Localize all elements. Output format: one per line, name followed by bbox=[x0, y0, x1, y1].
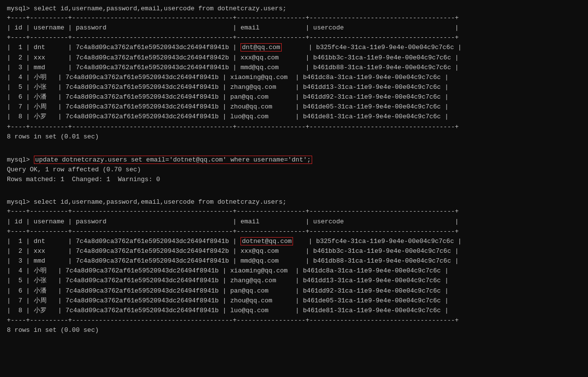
sql-query-1: select id,username,password,email,userco… bbox=[34, 5, 287, 12]
table2-row-2: | 2 | xxx | 7c4a8d09ca3762af61e59520943d… bbox=[7, 246, 581, 256]
table1-row-7: | 7 | 小周 | 7c4a8d09ca3762af61e59520943dc… bbox=[7, 102, 581, 112]
table1-row-6: | 6 | 小潘 | 7c4a8d09ca3762af61e59520943dc… bbox=[7, 92, 581, 102]
table2-top-sep: +----+----------+-----------------------… bbox=[7, 207, 581, 216]
table2-row-6: | 6 | 小潘 | 7c4a8d09ca3762af61e59520943dc… bbox=[7, 286, 581, 296]
sql-query-2: select id,username,password,email,userco… bbox=[34, 198, 287, 206]
update-cmd: update dotnetcrazy.users set email='dotn… bbox=[34, 156, 313, 164]
table2-row-4: | 4 | 小明 | 7c4a8d09ca3762af61e59520943dc… bbox=[7, 266, 581, 276]
table1-top-sep: +----+----------+-----------------------… bbox=[7, 13, 581, 23]
table2-row-1: | 1 | dnt | 7c4a8d09ca3762af61e59520943d… bbox=[7, 237, 581, 246]
mysql-prompt-2: mysql> bbox=[7, 156, 34, 163]
table1-rowcount: 8 rows in set (0.01 sec) bbox=[7, 132, 581, 142]
table2-mid-sep: +----+----------+-----------------------… bbox=[7, 227, 581, 237]
table2-row-8: | 8 | 小罗 | 7c4a8d09ca3762af61e59520943dc… bbox=[7, 306, 581, 316]
mysql-prompt-1: mysql> bbox=[7, 5, 34, 12]
prompt-line-3: mysql> select id,username,password,email… bbox=[7, 198, 581, 206]
update-result-2: Rows matched: 1 Changed: 1 Warnings: 0 bbox=[7, 175, 581, 185]
table1-row-1: | 1 | dnt | 7c4a8d09ca3762af61e59520943d… bbox=[7, 43, 581, 53]
table1-row-4: | 4 | 小明 | 7c4a8d09ca3762af61e59520943dc… bbox=[7, 73, 581, 82]
table1-row-8: | 8 | 小罗 | 7c4a8d09ca3762af61e59520943dc… bbox=[7, 112, 581, 122]
row1-post: | b325fc4e-31ca-11e9-9e4e-00e04c9c7c6c | bbox=[282, 44, 462, 51]
table2-row-7: | 7 | 小周 | 7c4a8d09ca3762af61e59520943dc… bbox=[7, 296, 581, 306]
table1-row-2: | 2 | xxx | 7c4a8d09ca3762af61e59520943d… bbox=[7, 53, 581, 63]
prompt-line-1: mysql> select id,username,password,email… bbox=[7, 5, 581, 12]
update-result-1: Query OK, 1 row affected (0.70 sec) bbox=[7, 165, 581, 175]
blank-line-1 bbox=[7, 146, 581, 156]
update-section: mysql> update dotnetcrazy.users set emai… bbox=[7, 156, 581, 185]
table1-row-5: | 5 | 小张 | 7c4a8d09ca3762af61e59520943dc… bbox=[7, 82, 581, 92]
table1-row-3: | 3 | mmd | 7c4a8d09ca3762af61e59520943d… bbox=[7, 63, 581, 73]
table1-mid-sep: +----+----------+-----------------------… bbox=[7, 33, 581, 43]
table1-bot-sep: +----+----------+-----------------------… bbox=[7, 122, 581, 132]
table2-header: | id | username | password | email | use… bbox=[7, 217, 581, 227]
t2row1-pre: | 1 | dnt | 7c4a8d09ca3762af61e59520943d… bbox=[7, 238, 241, 245]
t2row1-post: | b325fc4e-31ca-11e9-9e4e-00e04c9c7c6c | bbox=[293, 238, 461, 245]
t2row1-email-highlight: dotnet@qq.com bbox=[241, 237, 293, 245]
table2-bot-sep: +----+----------+-----------------------… bbox=[7, 316, 581, 325]
table2-row-3: | 3 | mmd | 7c4a8d09ca3762af61e59520943d… bbox=[7, 256, 581, 266]
update-prompt-line: mysql> update dotnetcrazy.users set emai… bbox=[7, 156, 581, 164]
row1-email-highlight: dnt@qq.com bbox=[241, 43, 282, 52]
table2-rowcount: 8 rows in set (0.00 sec) bbox=[7, 325, 581, 335]
table2-row-5: | 5 | 小张 | 7c4a8d09ca3762af61e59520943dc… bbox=[7, 276, 581, 286]
terminal-window: mysql> select id,username,password,email… bbox=[7, 5, 581, 335]
table1-header: | id | username | password | email | use… bbox=[7, 23, 581, 33]
second-query-section: mysql> select id,username,password,email… bbox=[7, 198, 581, 335]
mysql-prompt-3: mysql> bbox=[7, 198, 34, 206]
first-query-section: mysql> select id,username,password,email… bbox=[7, 5, 581, 142]
row1-pre: | 1 | dnt | 7c4a8d09ca3762af61e59520943d… bbox=[7, 44, 241, 51]
blank-line-2 bbox=[7, 188, 581, 198]
